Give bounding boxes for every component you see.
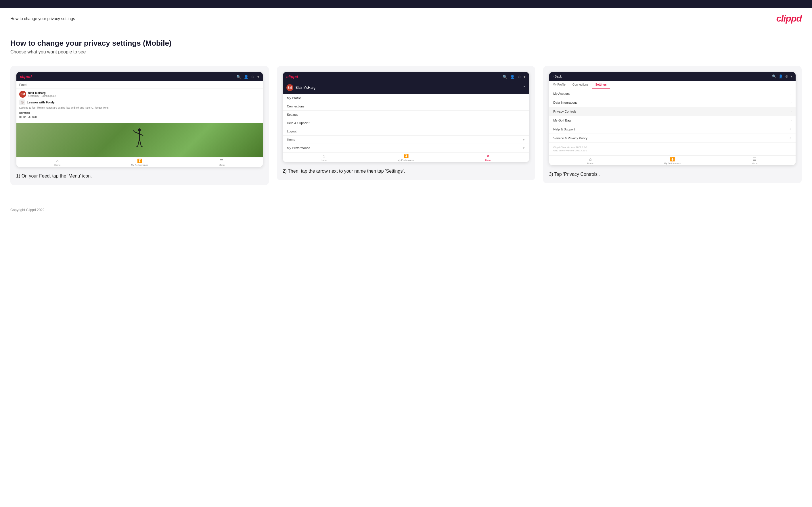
home-icon: ⌂ — [56, 159, 59, 163]
settings-item-helpsupport[interactable]: Help & Support ↗ — [549, 125, 796, 134]
home-label-3: Home — [587, 162, 593, 165]
menu-overlay: My Profile Connections Settings Help & S… — [283, 94, 529, 152]
myaccount-label: My Account — [553, 92, 570, 95]
profile-icon-2[interactable]: 👤 — [510, 75, 515, 79]
main-content: How to change your privacy settings (Mob… — [0, 27, 812, 202]
step1-nav: clippd 🔍 👤 ⊙ ▾ — [16, 72, 263, 81]
step2-nav-logo: clippd — [287, 74, 298, 79]
step3-bottom-nav: ⌂ Home ⏬ My Performance ☰ Menu — [549, 155, 796, 165]
settings-list: My Account › Data Integrations › Privacy… — [549, 89, 796, 155]
settings-item-serviceprivacy[interactable]: Service & Privacy Policy ↗ — [549, 134, 796, 143]
page-heading: How to change your privacy settings (Mob… — [10, 39, 802, 48]
bottom-nav-menu[interactable]: ☰ Menu — [181, 159, 263, 166]
performance-icon-3: ⏬ — [670, 157, 675, 161]
tab-myprofile[interactable]: My Profile — [549, 81, 569, 89]
menu-item-connections[interactable]: Connections — [283, 102, 529, 111]
chevron-dataintegrations: › — [791, 101, 792, 104]
search-icon[interactable]: 🔍 — [236, 75, 241, 79]
settings-item-myaccount[interactable]: My Account › — [549, 89, 796, 98]
profile-icon-3[interactable]: 👤 — [779, 74, 783, 78]
home-label-2: Home — [321, 159, 327, 161]
svg-line-2 — [135, 132, 140, 134]
settings-tabs: My Profile Connections Settings — [549, 81, 796, 89]
step3-bottom-menu[interactable]: ☰ Menu — [713, 157, 796, 165]
settings-item-dataintegrations[interactable]: Data Integrations › — [549, 98, 796, 107]
search-icon-3[interactable]: 🔍 — [772, 74, 776, 78]
settings-icon-3[interactable]: ⊙ — [785, 74, 788, 78]
menu-label: Menu — [219, 164, 224, 166]
bottom-nav-home[interactable]: ⌂ Home — [16, 159, 99, 166]
chevron-down-icon-3[interactable]: ▾ — [791, 74, 792, 78]
performance-label-3: My Performance — [664, 162, 681, 165]
home-icon-3: ⌂ — [589, 157, 592, 161]
chevron-down-icon[interactable]: ▾ — [257, 75, 259, 79]
feed-user-info: Blair McHarg Yesterday · Sunningdale — [28, 91, 56, 97]
helpsupport-label: Help & Support — [287, 121, 308, 125]
mygolfbag-label: My Golf Bag — [553, 119, 571, 122]
menu-avatar: BM — [287, 84, 293, 91]
menu-user-row: BM Blair McHarg ⌃ — [283, 81, 529, 94]
profile-icon[interactable]: 👤 — [244, 75, 248, 79]
feed-user-row: BM Blair McHarg Yesterday · Sunningdale — [19, 91, 260, 98]
back-button[interactable]: ‹ Back — [553, 75, 562, 78]
menu-label-2: Menu — [486, 159, 491, 161]
chevron-myaccount: › — [791, 92, 792, 95]
settings-icon[interactable]: ⊙ — [251, 75, 254, 79]
copyright: Copyright Clippd 2022 — [10, 208, 45, 212]
feed-user-name: Blair McHarg — [28, 91, 56, 95]
step2-nav: clippd 🔍 👤 ⊙ ▾ — [283, 72, 529, 81]
external-icon-helpsupport: ↗ — [789, 128, 792, 131]
bottom-nav-performance[interactable]: ⏬ My Performance — [99, 159, 181, 166]
performance-icon: ⏬ — [137, 159, 142, 163]
tab-connections[interactable]: Connections — [569, 81, 592, 89]
myprofile-label: My Profile — [287, 96, 301, 100]
chevron-privacycontrols: › — [791, 110, 792, 113]
menu-user-chevron[interactable]: ⌃ — [523, 86, 525, 90]
steps-row: clippd 🔍 👤 ⊙ ▾ Feed BM Blair McHar — [10, 66, 802, 185]
tab-settings[interactable]: Settings — [592, 81, 610, 89]
dataintegrations-label: Data Integrations — [553, 101, 577, 104]
step2-bottom-home[interactable]: ⌂ Home — [283, 154, 365, 161]
performance-label-2: My Performance — [398, 159, 415, 161]
golfer-silhouette — [133, 127, 146, 152]
step1-nav-icons: 🔍 👤 ⊙ ▾ — [236, 75, 259, 79]
settings-item-mygolfbag[interactable]: My Golf Bag › — [549, 116, 796, 125]
settings-item-privacycontrols[interactable]: Privacy Controls › — [549, 107, 796, 116]
step3-bottom-home[interactable]: ⌂ Home — [549, 157, 631, 165]
step2-bottom-menu[interactable]: ✕ Menu — [447, 154, 529, 161]
feed-lesson-row: 🏐 Lesson with Fordy — [19, 99, 260, 105]
search-icon-2[interactable]: 🔍 — [503, 75, 507, 79]
step-1-caption: 1) On your Feed, tap the ‘Menu’ icon. — [16, 173, 263, 179]
close-icon: ✕ — [487, 154, 490, 158]
step3-bottom-performance[interactable]: ⏬ My Performance — [631, 157, 714, 165]
settings-icon-2[interactable]: ⊙ — [517, 75, 521, 79]
logout-label: Logout — [287, 129, 297, 133]
menu-item-myprofile[interactable]: My Profile — [283, 94, 529, 102]
performance-section-label: My Performance — [287, 146, 310, 150]
feed-duration-label: Duration — [19, 111, 260, 114]
menu-icon-3: ☰ — [753, 157, 757, 161]
back-nav-icons: 🔍 👤 ⊙ ▾ — [772, 74, 792, 78]
menu-icon: ☰ — [220, 159, 223, 163]
svg-line-6 — [140, 139, 141, 146]
step-1-phone: clippd 🔍 👤 ⊙ ▾ Feed BM Blair McHar — [16, 72, 263, 167]
menu-item-logout[interactable]: Logout — [283, 127, 529, 135]
chevron-down-icon-2[interactable]: ▾ — [523, 75, 525, 79]
menu-item-helpsupport[interactable]: Help & Support ↗ — [283, 119, 529, 127]
home-icon-2: ⌂ — [322, 154, 325, 158]
external-icon-service: ↗ — [789, 137, 792, 139]
step2-bottom-performance[interactable]: ⏬ My Performance — [365, 154, 447, 161]
feed-item: BM Blair McHarg Yesterday · Sunningdale … — [16, 89, 263, 123]
svg-line-5 — [138, 139, 140, 146]
menu-item-settings[interactable]: Settings — [283, 111, 529, 119]
expand-performance-icon: ▼ — [522, 147, 525, 150]
svg-line-7 — [136, 146, 138, 147]
menu-user-left: BM Blair McHarg — [287, 84, 315, 91]
step2-nav-icons: 🔍 👤 ⊙ ▾ — [503, 75, 525, 79]
step-3-card: ‹ Back 🔍 👤 ⊙ ▾ My Profile Connections Se… — [543, 66, 802, 183]
feed-duration-value: 01 hr : 30 min — [19, 115, 260, 119]
menu-section-performance[interactable]: My Performance ▼ — [283, 144, 529, 152]
header-title: How to change your privacy settings — [10, 16, 75, 21]
menu-section-home[interactable]: Home ▼ — [283, 135, 529, 144]
step-2-caption: 2) Then, tap the arrow next to your name… — [283, 168, 529, 174]
